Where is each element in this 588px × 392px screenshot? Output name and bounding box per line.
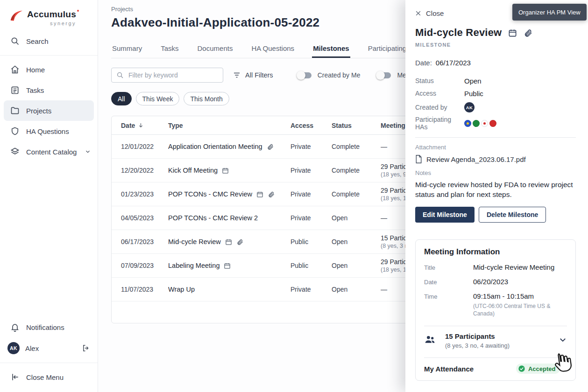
- drawer-close-button[interactable]: Close: [415, 9, 444, 17]
- attendance-status-label: Accepted: [528, 365, 556, 372]
- sidebar-item-label: Search: [26, 37, 91, 45]
- access-value: Public: [464, 90, 483, 98]
- bell-icon: [10, 322, 20, 332]
- sidebar-item-search[interactable]: Search: [0, 31, 98, 51]
- cell-status: Complete: [332, 167, 381, 174]
- toggle-switch[interactable]: [377, 72, 391, 78]
- column-header-date[interactable]: Date: [121, 122, 168, 129]
- sidebar-item-label: Projects: [26, 107, 87, 115]
- cell-status: Open: [332, 286, 381, 293]
- meeting-time-row: Time 09:15am - 10:15am (UTC-06:00 Centra…: [424, 292, 567, 317]
- milestone-type-label: POP TCONs - CMC Review 2: [168, 214, 258, 222]
- milestone-type-label: Application Orientation Meeting: [168, 143, 262, 150]
- people-icon: [424, 334, 436, 345]
- created-by-me-toggle[interactable]: Created by Me: [298, 71, 361, 79]
- milestone-actions: Edit Milestone Delete Milestone: [415, 207, 576, 223]
- tab-tasks[interactable]: Tasks: [160, 40, 179, 58]
- calendar-icon: [224, 262, 231, 269]
- collapse-left-icon: [10, 372, 20, 382]
- cell-date: 07/09/2023: [121, 262, 168, 269]
- milestone-fields: Status Open Access Public Created by AK …: [415, 75, 576, 131]
- cell-status: Open: [332, 262, 381, 269]
- avatar: AK: [7, 342, 20, 354]
- cell-date: 01/23/2023: [121, 190, 168, 198]
- keyword-search: [111, 68, 223, 83]
- all-filters-button[interactable]: All Filters: [228, 68, 278, 82]
- sidebar-item-label: Content Catalog: [26, 148, 78, 156]
- field-label: Status: [415, 77, 464, 84]
- filter-icon: [233, 71, 241, 79]
- sidebar-item-close-menu[interactable]: Close Menu: [0, 367, 98, 387]
- toggle-switch[interactable]: [298, 72, 312, 78]
- cell-type: Mid-cycle Review: [168, 238, 290, 245]
- shield-icon: [10, 126, 20, 136]
- brand-subtitle: synergy: [27, 21, 76, 26]
- avatar: AK: [464, 102, 475, 112]
- attachment-file-link[interactable]: Review Agenda_2023.06.17.pdf: [415, 155, 526, 163]
- field-access: Access Public: [415, 88, 576, 99]
- chip-this-month[interactable]: This Month: [184, 92, 229, 105]
- chip-all[interactable]: All: [111, 92, 132, 105]
- attachment-icon: [236, 238, 243, 245]
- search-input[interactable]: [128, 71, 218, 79]
- sidebar-item-content-catalog[interactable]: Content Catalog: [0, 141, 98, 162]
- sidebar-footer: Notifications AK Alex Close Menu: [0, 317, 98, 387]
- field-participating-has: Participating HAs: [415, 116, 576, 131]
- participants-texts: 15 Participants (8 yes, 3 no, 4 awaiting…: [445, 332, 559, 349]
- ha-flag-icon: [489, 120, 496, 127]
- sidebar-user-row[interactable]: AK Alex: [0, 337, 98, 359]
- cell-type: Kick Off Meeting: [168, 167, 290, 174]
- sidebar-item-label: Notifications: [26, 323, 91, 331]
- hand-pointer-cursor-icon: [551, 350, 575, 376]
- column-header-status: Status: [332, 122, 381, 129]
- my-attendance-row: My Attendance Accepted ▾: [424, 364, 567, 374]
- tab-documents[interactable]: Documents: [197, 40, 234, 58]
- stack-icon: [10, 147, 20, 156]
- toggle-label: Created by Me: [318, 71, 361, 79]
- chip-this-week[interactable]: This Week: [136, 92, 180, 105]
- accumulus-logo-icon: [9, 9, 23, 22]
- sidebar-divider: [0, 363, 98, 363]
- calendar-icon: [225, 238, 232, 245]
- sidebar-item-projects[interactable]: Projects: [4, 100, 94, 121]
- sidebar-item-label: Close Menu: [26, 373, 91, 381]
- sidebar-item-tasks[interactable]: Tasks: [0, 80, 98, 100]
- chevron-down-icon[interactable]: [559, 336, 567, 344]
- sidebar-divider: [0, 55, 98, 56]
- cell-access: Private: [290, 214, 332, 222]
- field-label: Time: [424, 292, 473, 317]
- sidebar-item-home[interactable]: Home: [0, 59, 98, 80]
- field-label: Access: [415, 90, 464, 97]
- milestone-type-label: POP TCONs - CMC Review: [168, 190, 252, 198]
- cell-status: Complete: [332, 190, 381, 198]
- field-label: Participating HAs: [415, 116, 464, 131]
- cell-type: POP TCONs - CMC Review 2: [168, 214, 290, 222]
- milestone-date-row: Date:06/17/2023: [415, 59, 576, 67]
- home-icon: [10, 65, 20, 74]
- tab-ha-questions[interactable]: HA Questions: [250, 40, 295, 58]
- logout-icon[interactable]: [82, 344, 90, 352]
- delete-milestone-button[interactable]: Delete Milestone: [479, 207, 546, 223]
- notes-text: Mid-cycle review hosted by FDA to review…: [415, 180, 576, 199]
- sort-down-icon: [138, 122, 144, 128]
- brand-logo: Accumulus synergy: [0, 0, 98, 31]
- sidebar-item-ha-questions[interactable]: HA Questions: [0, 121, 98, 141]
- cell-access: Private: [290, 190, 332, 198]
- attachment-file-name: Review Agenda_2023.06.17.pdf: [426, 155, 526, 163]
- edit-milestone-button[interactable]: Edit Milestone: [415, 207, 475, 223]
- field-status: Status Open: [415, 75, 576, 86]
- meeting-timezone: (UTC-06:00 Central Time US & Canada): [473, 302, 557, 317]
- participants-row[interactable]: 15 Participants (8 yes, 3 no, 4 awaiting…: [424, 332, 567, 349]
- meeting-card-header: Meeting Information: [424, 247, 567, 257]
- field-created-by: Created by AK: [415, 100, 576, 114]
- close-icon: [415, 10, 421, 16]
- brand-name: Accumulus: [27, 9, 76, 20]
- cell-access: Private: [290, 286, 332, 293]
- field-label: Title: [424, 263, 473, 271]
- sidebar-item-notifications[interactable]: Notifications: [0, 317, 98, 337]
- cell-access: Private: [290, 143, 332, 150]
- tab-summary[interactable]: Summary: [111, 40, 143, 58]
- attachment-icon: [268, 191, 275, 198]
- tab-milestones[interactable]: Milestones: [312, 40, 350, 58]
- milestone-type-badge: MILESTONE: [415, 42, 576, 48]
